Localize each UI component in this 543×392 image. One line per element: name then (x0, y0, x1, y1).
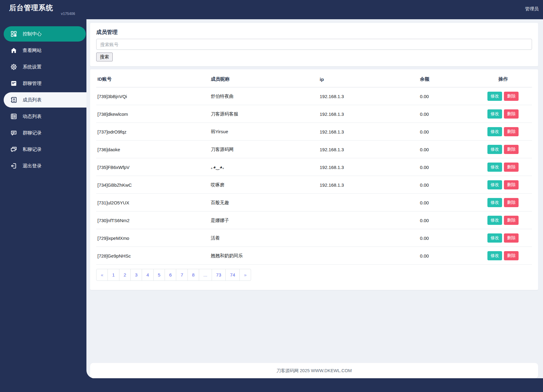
delete-button[interactable]: 删除 (504, 216, 519, 225)
sidebar-item-label: 动态列表 (23, 113, 42, 120)
sidebar-item-chat-double[interactable]: 私聊记录 (4, 142, 86, 157)
member-nickname: 活着 (210, 229, 319, 247)
member-ip: 192.168.1.3 (319, 87, 419, 105)
member-ip (319, 194, 419, 211)
sidebar-item-list[interactable]: 动态列表 (4, 109, 86, 124)
sidebar-item-logout[interactable]: 退出登录 (4, 158, 86, 174)
member-nickname: 韩Yirsue (210, 123, 319, 141)
page-link-73[interactable]: 73 (212, 269, 226, 281)
member-nickname: 刀客源码客服 (210, 105, 319, 123)
sidebar-item-label: 群聊记录 (23, 130, 42, 136)
home-icon (10, 47, 17, 54)
page-link-7[interactable]: 7 (176, 269, 188, 281)
member-balance: 0.00 (419, 176, 476, 194)
sidebar-item-label: 私聊记录 (23, 146, 42, 153)
member-ip (319, 229, 419, 247)
edit-button[interactable]: 修改 (487, 92, 502, 101)
member-card-icon (10, 97, 17, 103)
delete-button[interactable]: 删除 (504, 145, 519, 154)
sidebar-item-label: 群聊管理 (23, 80, 42, 87)
edit-button[interactable]: 修改 (487, 145, 502, 154)
member-balance: 0.00 (419, 105, 476, 123)
app-version: v175406 (17, 12, 75, 16)
page-next[interactable]: » (239, 269, 251, 281)
member-id: [737]odrO9fqz (96, 123, 210, 141)
sidebar: 控制中心 查看网站 系统设置 群聊管理 成员列表 动态列表 群聊记录 私聊记录 … (0, 19, 86, 392)
delete-button[interactable]: 删除 (504, 233, 519, 243)
member-balance: 0.00 (419, 229, 476, 247)
edit-button[interactable]: 修改 (487, 109, 502, 119)
table-row: [736]daoke刀客源码网192.168.1.30.00修改删除 (96, 141, 532, 158)
sidebar-item-document[interactable]: 群聊管理 (4, 76, 86, 91)
member-nickname: 百般无趣 (210, 194, 319, 211)
top-bar: 后台管理系统 v175406 管理员 (0, 0, 543, 19)
page-title: 成员管理 (96, 28, 532, 36)
row-actions: 修改删除 (475, 158, 532, 176)
table-row: [738]dkewlcom刀客源码客服192.168.1.30.00修改删除 (96, 105, 532, 123)
sidebar-menu: 控制中心 查看网站 系统设置 群聊管理 成员列表 动态列表 群聊记录 私聊记录 … (0, 19, 86, 174)
footer: 刀客源码网 2025 WWW.DKEWL.COM (90, 363, 538, 378)
sidebar-item-label: 查看网站 (23, 47, 42, 54)
row-actions: 修改删除 (475, 176, 532, 194)
member-balance: 0.00 (419, 194, 476, 211)
pagination: «12345678...7374» (96, 269, 251, 281)
member-balance: 0.00 (419, 141, 476, 158)
edit-button[interactable]: 修改 (487, 198, 502, 207)
current-user[interactable]: 管理员 (525, 6, 539, 12)
sidebar-item-chat-lines[interactable]: 群聊记录 (4, 125, 86, 141)
edit-button[interactable]: 修改 (487, 233, 502, 243)
page-link-74[interactable]: 74 (225, 269, 240, 281)
gear-icon (10, 64, 17, 70)
page-link-1[interactable]: 1 (108, 269, 119, 281)
row-actions: 修改删除 (475, 194, 532, 211)
member-id: [728]Ge9pNHSc (96, 247, 210, 265)
delete-button[interactable]: 删除 (504, 198, 519, 207)
row-actions: 修改删除 (475, 123, 532, 141)
delete-button[interactable]: 删除 (504, 251, 519, 260)
search-button[interactable]: 搜索 (96, 53, 113, 61)
col-header-balance: 余额 (419, 71, 476, 87)
sidebar-item-label: 成员列表 (23, 97, 42, 103)
member-nickname: 是娜娜子 (210, 211, 319, 229)
sidebar-item-member-card[interactable]: 成员列表 (4, 92, 86, 108)
member-balance: 0.00 (419, 247, 476, 265)
grid-icon (10, 31, 17, 37)
sidebar-item-gear[interactable]: 系统设置 (4, 59, 86, 75)
list-icon (10, 113, 17, 120)
row-actions: 修改删除 (475, 87, 532, 105)
page-link-3[interactable]: 3 (130, 269, 142, 281)
table-row: [735]FB6xWfpV｡◕‿◕｡192.168.1.30.00修改删除 (96, 158, 532, 176)
chat-lines-icon (10, 130, 17, 136)
delete-button[interactable]: 删除 (504, 127, 519, 136)
page-link-2[interactable]: 2 (119, 269, 131, 281)
delete-button[interactable]: 删除 (504, 180, 519, 189)
delete-button[interactable]: 删除 (504, 109, 519, 119)
delete-button[interactable]: 删除 (504, 163, 519, 172)
sidebar-item-grid[interactable]: 控制中心 (4, 26, 86, 42)
sidebar-item-label: 系统设置 (23, 64, 42, 70)
member-ip: 192.168.1.3 (319, 141, 419, 158)
table-row: [730]nfTS6Nm2是娜娜子0.00修改删除 (96, 211, 532, 229)
sidebar-item-home[interactable]: 查看网站 (4, 43, 86, 58)
search-input[interactable] (96, 39, 532, 50)
table-row: [731]ul2O5YUX百般无趣0.00修改删除 (96, 194, 532, 211)
edit-button[interactable]: 修改 (487, 163, 502, 172)
page-link-8[interactable]: 8 (188, 269, 199, 281)
member-id: [736]daoke (96, 141, 210, 158)
page-link-6[interactable]: 6 (165, 269, 176, 281)
edit-button[interactable]: 修改 (487, 180, 502, 189)
edit-button[interactable]: 修改 (487, 127, 502, 136)
page-link-5[interactable]: 5 (153, 269, 165, 281)
edit-button[interactable]: 修改 (487, 216, 502, 225)
member-id: [735]FB6xWfpV (96, 158, 210, 176)
page-prev[interactable]: « (96, 269, 108, 281)
member-id: [731]ul2O5YUX (96, 194, 210, 211)
member-ip (319, 211, 419, 229)
member-id: [738]dkewlcom (96, 105, 210, 123)
page-link-4[interactable]: 4 (142, 269, 153, 281)
table-row: [728]Ge9pNHSc翘翘和奶奶同乐0.00修改删除 (96, 247, 532, 265)
row-actions: 修改删除 (475, 229, 532, 247)
delete-button[interactable]: 删除 (504, 92, 519, 101)
edit-button[interactable]: 修改 (487, 251, 502, 260)
document-icon (10, 80, 17, 87)
